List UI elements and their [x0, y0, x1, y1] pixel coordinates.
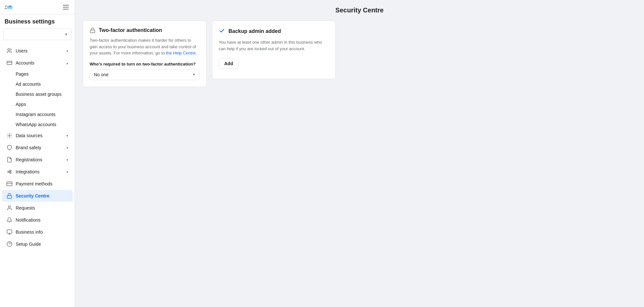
sidebar-item-label-accounts: Accounts [16, 60, 35, 66]
nav-section: Users ▾ Accounts ▴ Pages Ad accounts Bus… [0, 43, 75, 252]
sidebar-item-label-data-sources: Data sources [16, 133, 42, 138]
security-centre-icon [7, 193, 12, 199]
requests-icon [7, 205, 12, 211]
sidebar-item-setup-guide[interactable]: Setup Guide [2, 238, 73, 250]
svg-rect-3 [7, 61, 12, 65]
svg-rect-12 [7, 196, 12, 198]
sidebar-item-label-payment-methods: Payment methods [16, 181, 52, 186]
chevron-down-icon: ▾ [66, 146, 68, 150]
meta-logo: Meta [5, 5, 14, 10]
sidebar-item-business-asset-groups[interactable]: Business asset groups [2, 89, 73, 99]
sidebar-item-label-integrations: Integrations [16, 169, 39, 174]
sidebar-item-brand-safety[interactable]: Brand safety ▾ [2, 142, 73, 154]
setup-guide-icon [7, 241, 12, 247]
integrations-icon [7, 169, 12, 175]
sidebar-item-pages[interactable]: Pages [2, 69, 73, 79]
accounts-icon [7, 60, 12, 66]
chevron-up-icon: ▴ [66, 61, 68, 65]
svg-point-5 [8, 171, 9, 173]
two-factor-card-description: Two-factor authentication makes it harde… [90, 37, 200, 56]
sidebar-item-accounts[interactable]: Accounts ▴ [2, 57, 73, 69]
backup-admin-card: Backup admin added You have at least one… [212, 21, 336, 79]
backup-admin-card-title: Backup admin added [228, 28, 281, 34]
sidebar-item-label-users: Users [16, 48, 28, 53]
business-selector-dropdown[interactable]: ▼ [3, 28, 71, 40]
svg-line-9 [9, 172, 10, 172]
help-centre-link[interactable]: the Help Centre [166, 51, 196, 55]
data-sources-icon [7, 133, 12, 139]
page-title: Security Centre [83, 7, 636, 14]
two-factor-card-title: Two-factor authentication [99, 27, 162, 33]
meta-logo-svg: Meta [5, 5, 14, 10]
sidebar-item-requests[interactable]: Requests [2, 202, 73, 214]
svg-rect-14 [7, 230, 12, 233]
sidebar-header: Meta [0, 0, 75, 14]
svg-point-0 [10, 6, 12, 8]
svg-point-4 [9, 135, 10, 137]
checkmark-icon [219, 27, 225, 35]
users-icon [7, 48, 12, 54]
payment-methods-icon [7, 181, 12, 187]
notifications-icon [7, 217, 12, 223]
sidebar-item-security-centre[interactable]: Security Centre [2, 190, 73, 202]
chevron-down-icon: ▾ [66, 158, 68, 162]
svg-point-7 [10, 172, 11, 174]
main-content: Security Centre Two-factor authenticatio… [75, 0, 644, 307]
sidebar-item-label-registrations: Registrations [16, 157, 42, 162]
sidebar-item-label-requests: Requests [16, 205, 35, 211]
chevron-down-icon: ▼ [65, 33, 68, 36]
chevron-down-icon: ▾ [66, 170, 68, 174]
svg-rect-19 [90, 30, 95, 33]
chevron-down-icon: ▾ [66, 49, 68, 53]
business-settings-title: Business settings [0, 14, 75, 28]
svg-point-6 [10, 170, 11, 172]
svg-text:Meta: Meta [5, 8, 7, 9]
sidebar-item-label-brand-safety: Brand safety [16, 145, 41, 150]
sidebar-item-label-security-centre: Security Centre [16, 193, 49, 198]
svg-rect-10 [7, 182, 12, 186]
add-button[interactable]: Add [219, 58, 239, 69]
sidebar-item-label-setup-guide: Setup Guide [16, 241, 41, 247]
brand-safety-icon [7, 145, 12, 151]
registrations-icon [7, 157, 12, 163]
svg-point-2 [8, 49, 10, 51]
sidebar-item-users[interactable]: Users ▾ [2, 45, 73, 57]
cards-row: Two-factor authentication Two-factor aut… [83, 21, 636, 87]
backup-admin-card-description: You have at least one other admin in thi… [219, 39, 329, 52]
sidebar-item-apps[interactable]: Apps [2, 99, 73, 109]
sidebar-item-whatsapp-accounts[interactable]: WhatsApp accounts [2, 120, 73, 129]
two-factor-auth-card: Two-factor authentication Two-factor aut… [83, 21, 207, 87]
two-factor-dropdown-value: No one [94, 72, 109, 77]
sidebar: Meta Business settings ▼ Users ▾ [0, 0, 75, 307]
sidebar-item-ad-accounts[interactable]: Ad accounts [2, 79, 73, 89]
svg-point-13 [8, 206, 10, 208]
sidebar-item-label-business-info: Business info [16, 229, 43, 235]
two-factor-dropdown[interactable]: No one ▼ [90, 69, 200, 80]
sidebar-item-data-sources[interactable]: Data sources ▾ [2, 130, 73, 141]
sidebar-item-registrations[interactable]: Registrations ▾ [2, 154, 73, 166]
chevron-down-icon: ▼ [192, 73, 196, 76]
hamburger-menu-icon[interactable] [62, 4, 70, 11]
svg-line-8 [9, 171, 10, 171]
two-factor-section-label: Who's required to turn on two-factor aut… [90, 62, 200, 66]
business-info-icon [7, 229, 12, 235]
sidebar-item-payment-methods[interactable]: Payment methods [2, 178, 73, 190]
sidebar-item-business-info[interactable]: Business info [2, 226, 73, 238]
sidebar-item-instagram-accounts[interactable]: Instagram accounts [2, 110, 73, 119]
lock-icon [90, 27, 95, 33]
sidebar-item-integrations[interactable]: Integrations ▾ [2, 166, 73, 178]
sidebar-item-label-notifications: Notifications [16, 217, 40, 223]
chevron-down-icon: ▾ [66, 134, 68, 138]
sidebar-item-notifications[interactable]: Notifications [2, 214, 73, 226]
